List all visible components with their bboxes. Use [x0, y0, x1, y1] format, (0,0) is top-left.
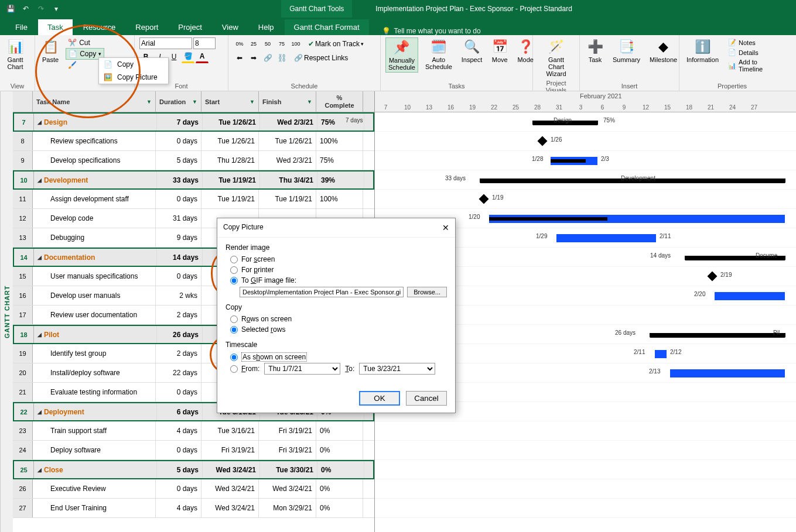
- mark-on-track-button[interactable]: Mark on Track: [315, 40, 360, 48]
- task-name-cell[interactable]: ◢Development: [34, 171, 157, 188]
- underline-button[interactable]: U: [168, 50, 180, 63]
- row-id[interactable]: 7: [14, 114, 34, 131]
- duration-cell[interactable]: 31 days: [156, 209, 201, 228]
- cancel-button[interactable]: Cancel: [406, 391, 447, 406]
- undo-icon[interactable]: ↶: [20, 3, 32, 15]
- finish-cell[interactable]: Tue 1/19/21: [259, 190, 316, 208]
- row-id[interactable]: 14: [14, 249, 34, 266]
- tell-me-search[interactable]: 💡 Tell me what you want to do: [382, 27, 481, 35]
- pct-cell[interactable]: 0%: [316, 499, 363, 517]
- finish-cell[interactable]: Fri 3/19/21: [259, 441, 316, 459]
- row-id[interactable]: 27: [13, 499, 33, 517]
- radio-from[interactable]: From:: [230, 365, 259, 373]
- fill-color-button[interactable]: 🪣: [182, 50, 194, 63]
- task-bar[interactable]: [556, 234, 656, 242]
- task-bar[interactable]: [489, 215, 785, 223]
- row-id[interactable]: 22: [14, 403, 34, 420]
- radio-as-shown[interactable]: As shown on screen: [226, 351, 447, 363]
- start-cell[interactable]: Tue 3/16/21: [201, 421, 259, 440]
- task-bar[interactable]: [670, 369, 785, 377]
- task-bar[interactable]: [655, 350, 667, 358]
- pct-0-button[interactable]: 0%: [233, 37, 246, 50]
- add-to-timeline-button[interactable]: 📊Add to Timeline: [726, 57, 780, 74]
- milestone-marker[interactable]: [479, 194, 489, 204]
- task-name-cell[interactable]: Install/deploy software: [33, 363, 156, 382]
- collapse-icon[interactable]: ◢: [37, 255, 42, 260]
- col-header-duration[interactable]: Duration▼: [156, 91, 201, 112]
- task-name-cell[interactable]: Identify test group: [33, 344, 156, 363]
- manually-schedule-button[interactable]: 📌Manually Schedule: [385, 37, 418, 73]
- task-name-cell[interactable]: ◢Close: [34, 461, 157, 478]
- tab-report[interactable]: Report: [126, 19, 168, 35]
- tab-task[interactable]: Task: [38, 19, 73, 35]
- details-button[interactable]: 📄Details: [726, 47, 780, 57]
- col-header-start[interactable]: Start▼: [201, 91, 259, 112]
- qat-customize-icon[interactable]: ▾: [50, 3, 62, 15]
- table-row[interactable]: 8Review specifications0 daysTue 1/26/21T…: [13, 132, 374, 151]
- task-name-cell[interactable]: End User Training: [33, 499, 156, 517]
- table-row[interactable]: 27End User Training4 daysWed 3/24/21Mon …: [13, 499, 374, 518]
- from-date-combo[interactable]: Thu 1/7/21: [264, 363, 340, 375]
- start-cell[interactable]: Tue 1/19/21: [201, 190, 259, 208]
- col-header-id[interactable]: [13, 91, 33, 112]
- duration-cell[interactable]: 6 days: [157, 403, 203, 420]
- pct-100-button[interactable]: 100: [289, 37, 302, 50]
- radio-rows-on-screen[interactable]: Rows on screen: [226, 314, 447, 324]
- duration-cell[interactable]: 33 days: [157, 171, 203, 188]
- table-row[interactable]: 25◢Close5 daysWed 3/24/21Tue 3/30/210%: [13, 460, 374, 479]
- start-cell[interactable]: Tue 1/19/21: [203, 171, 260, 188]
- row-id[interactable]: 26: [13, 479, 33, 498]
- gantt-chart-button[interactable]: 📊Gantt Chart: [5, 37, 26, 71]
- row-id[interactable]: 10: [14, 171, 34, 188]
- task-name-cell[interactable]: ◢Documentation: [34, 249, 157, 266]
- task-name-cell[interactable]: Develop user manuals: [33, 286, 156, 305]
- duration-cell[interactable]: 2 wks: [156, 286, 201, 305]
- col-header-name[interactable]: Task Name▼: [33, 91, 156, 112]
- pct-cell[interactable]: 100%: [316, 132, 363, 150]
- pct-cell[interactable]: 0%: [316, 479, 363, 498]
- auto-schedule-button[interactable]: 🗓️Auto Schedule: [423, 37, 455, 71]
- finish-cell[interactable]: Fri 3/19/21: [259, 421, 316, 440]
- duration-cell[interactable]: 0 days: [156, 132, 201, 150]
- task-name-cell[interactable]: ◢Deployment: [34, 403, 157, 420]
- task-name-cell[interactable]: Deploy software: [33, 441, 156, 459]
- pct-cell[interactable]: 0%: [317, 461, 364, 478]
- duration-cell[interactable]: 4 days: [156, 421, 201, 440]
- gantt-wizard-button[interactable]: 🪄Gantt Chart Wizard: [538, 37, 575, 78]
- pct-cell[interactable]: 39%: [317, 171, 364, 188]
- task-name-cell[interactable]: Review user documentation: [33, 306, 156, 324]
- tab-resource[interactable]: Resource: [74, 19, 125, 35]
- pct-75-button[interactable]: 75: [275, 37, 288, 50]
- row-id[interactable]: 18: [14, 326, 34, 343]
- start-cell[interactable]: Wed 3/24/21: [203, 461, 260, 478]
- duration-cell[interactable]: 2 days: [156, 306, 201, 324]
- link-button[interactable]: 🔗: [261, 52, 274, 64]
- row-id[interactable]: 15: [13, 267, 33, 286]
- row-id[interactable]: 11: [13, 190, 33, 208]
- task-name-cell[interactable]: Executive Review: [33, 479, 156, 498]
- font-size-combo[interactable]: [193, 37, 216, 49]
- duration-cell[interactable]: 0 days: [156, 479, 201, 498]
- dialog-close-button[interactable]: ✕: [442, 223, 449, 232]
- pct-cell[interactable]: 100%: [316, 190, 363, 208]
- start-cell[interactable]: Wed 3/24/21: [201, 499, 259, 517]
- table-row[interactable]: 26Executive Review0 daysWed 3/24/21Wed 3…: [13, 479, 374, 499]
- milestone-marker[interactable]: [538, 136, 548, 146]
- start-cell[interactable]: Tue 1/26/21: [203, 114, 260, 131]
- row-id[interactable]: 23: [13, 421, 33, 440]
- tab-project[interactable]: Project: [169, 19, 211, 35]
- task-name-cell[interactable]: Debugging: [33, 228, 156, 247]
- col-header-pct[interactable]: %Complete: [316, 91, 363, 112]
- finish-cell[interactable]: Thu 3/4/21: [260, 171, 317, 188]
- duration-cell[interactable]: 0 days: [156, 190, 201, 208]
- radio-for-printer[interactable]: For printer: [226, 265, 447, 275]
- pct-25-button[interactable]: 25: [247, 37, 260, 50]
- font-color-button[interactable]: A: [196, 50, 209, 63]
- task-name-cell[interactable]: Train support staff: [33, 421, 156, 440]
- duration-cell[interactable]: 5 days: [157, 461, 203, 478]
- table-row[interactable]: 7◢Design7 daysTue 1/26/21Wed 2/3/2175%: [13, 112, 374, 132]
- cut-button[interactable]: ✂️Cut: [66, 37, 104, 48]
- table-row[interactable]: 10◢Development33 daysTue 1/19/21Thu 3/4/…: [13, 170, 374, 190]
- collapse-icon[interactable]: ◢: [37, 332, 42, 338]
- task-name-cell[interactable]: Review specifications: [33, 132, 156, 150]
